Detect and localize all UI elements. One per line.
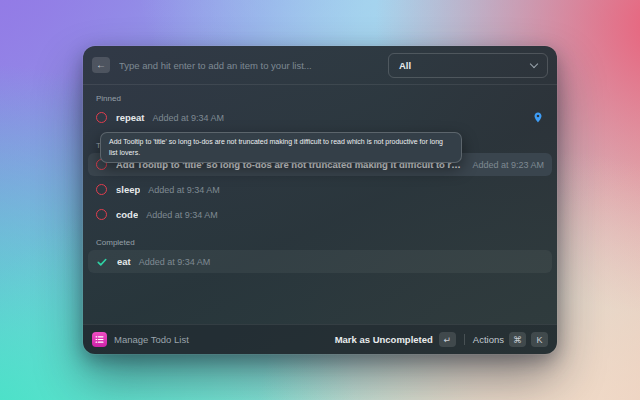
filter-value: All: [399, 60, 531, 71]
search-bar: ← All: [83, 46, 557, 85]
todo-added-time: Added at 9:34 AM: [153, 113, 225, 123]
desktop-wallpaper: ← All Pinned repeat Added at 9:34 AM: [0, 0, 640, 400]
actions-label: Actions: [473, 334, 504, 345]
cmd-key-badge: ⌘: [509, 332, 526, 347]
filter-dropdown[interactable]: All: [388, 53, 548, 78]
section-title-completed: Completed: [96, 238, 544, 247]
primary-action-label: Mark as Uncompleted: [335, 334, 433, 345]
section-title-pinned: Pinned: [96, 94, 544, 103]
todo-added-time: Added at 9:23 AM: [472, 160, 544, 170]
action-bar: Manage Todo List Mark as Uncompleted ↵ A…: [83, 324, 557, 354]
add-item-input[interactable]: [119, 60, 378, 71]
todo-row-sleep[interactable]: sleep Added at 9:34 AM: [88, 178, 552, 201]
todo-title: eat: [117, 256, 131, 267]
todo-row-eat[interactable]: eat Added at 9:34 AM: [88, 250, 552, 273]
app-name: Manage Todo List: [114, 334, 189, 345]
actions-button[interactable]: Actions ⌘ K: [473, 332, 548, 347]
todo-row-code[interactable]: code Added at 9:34 AM: [88, 203, 552, 226]
k-key-badge: K: [531, 332, 548, 347]
todo-added-time: Added at 9:34 AM: [146, 210, 218, 220]
todo-app-window: ← All Pinned repeat Added at 9:34 AM: [83, 46, 557, 354]
app-icon: [92, 332, 107, 347]
section-pinned: Pinned repeat Added at 9:34 AM: [88, 94, 552, 129]
section-completed: Completed eat Added at 9:34 AM: [88, 238, 552, 273]
todo-row-repeat[interactable]: repeat Added at 9:34 AM: [88, 106, 552, 129]
return-icon: ↵: [444, 335, 452, 345]
todo-title: code: [116, 209, 138, 220]
todo-title: sleep: [116, 184, 140, 195]
todo-circle-icon: [96, 112, 107, 123]
todo-list: Pinned repeat Added at 9:34 AM Todo Add …: [83, 85, 557, 324]
back-arrow-icon: ←: [96, 60, 106, 70]
tooltip: Add Tooltip to 'title' so long to-dos ar…: [100, 132, 462, 163]
return-key-badge: ↵: [439, 332, 456, 347]
todo-added-time: Added at 9:34 AM: [139, 257, 211, 267]
todo-circle-icon: [96, 209, 107, 220]
chevron-down-icon: [530, 59, 538, 67]
todo-added-time: Added at 9:34 AM: [148, 185, 220, 195]
back-button[interactable]: ←: [92, 57, 110, 73]
completed-check-icon: [96, 256, 108, 268]
pinned-icon: [532, 111, 544, 124]
footer-divider: [464, 334, 465, 345]
todo-title: repeat: [116, 112, 145, 123]
todo-circle-icon: [96, 184, 107, 195]
primary-action-button[interactable]: Mark as Uncompleted ↵: [335, 332, 456, 347]
